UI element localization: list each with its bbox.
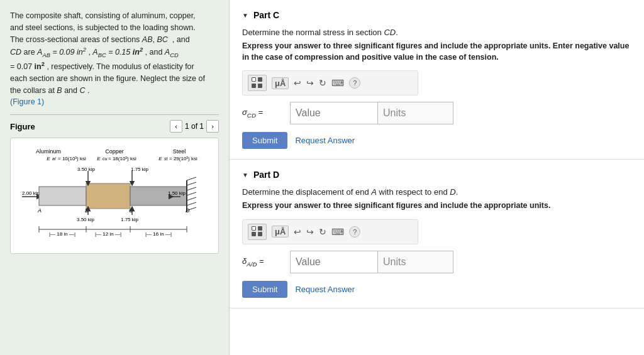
figure-diagram: Aluminum Copper Steel E al = 10(10³) ksi… <box>10 138 219 254</box>
svg-rect-17 <box>86 183 130 209</box>
part-c-request-link[interactable]: Request Answer <box>295 136 355 145</box>
part-c-input-label: σCD = <box>242 107 286 119</box>
svg-line-22 <box>187 187 196 190</box>
part-c-submit-button[interactable]: Submit <box>242 132 287 149</box>
part-c-undo-icon[interactable]: ↩ <box>294 78 301 88</box>
part-c-value-input[interactable] <box>290 102 378 124</box>
part-c-keyboard-icon[interactable]: ⌨ <box>331 78 344 88</box>
part-d-undo-icon[interactable]: ↩ <box>294 227 301 237</box>
part-c-section: ▼ Part C Determine the normal stress in … <box>230 0 644 160</box>
part-c-grid-button[interactable] <box>248 75 267 91</box>
part-c-action-row: Submit Request Answer <box>242 132 631 149</box>
part-d-collapse-button[interactable]: ▼ <box>242 172 248 178</box>
figure-section: Figure ‹ 1 of 1 › Aluminum Copper Steel … <box>10 114 219 254</box>
svg-text:Aluminum: Aluminum <box>36 148 61 155</box>
part-c-header: ▼ Part C <box>242 10 631 20</box>
svg-text:al: al <box>52 156 56 161</box>
part-c-toolbar: μÅ ↩ ↪ ↻ ⌨ ? <box>242 70 418 96</box>
part-d-input-row: δA/D = Units <box>242 251 631 273</box>
part-d-grid-button[interactable] <box>248 224 267 240</box>
svg-text:= 10(10³) ksi: = 10(10³) ksi <box>58 156 86 161</box>
part-d-header: ▼ Part D <box>242 170 631 180</box>
figure-prev-button[interactable]: ‹ <box>170 120 182 133</box>
part-c-redo-icon[interactable]: ↪ <box>306 78 314 88</box>
svg-text:1.75 kip: 1.75 kip <box>131 167 149 172</box>
part-d-title: Part D <box>253 170 279 180</box>
svg-text:Steel: Steel <box>173 148 186 155</box>
svg-text:E: E <box>47 156 50 161</box>
svg-text:D: D <box>186 207 190 214</box>
svg-text:cu: cu <box>103 156 108 161</box>
right-panel: ▼ Part C Determine the normal stress in … <box>230 0 644 355</box>
part-c-input-row: σCD = Units <box>242 102 631 124</box>
part-c-refresh-icon[interactable]: ↻ <box>319 78 326 88</box>
part-d-units-box: Units <box>378 251 453 273</box>
part-c-title: Part C <box>253 10 279 20</box>
part-d-submit-button[interactable]: Submit <box>242 281 287 298</box>
left-panel: The composite shaft, consisting of alumi… <box>0 0 230 355</box>
svg-rect-18 <box>130 187 187 205</box>
part-d-refresh-icon[interactable]: ↻ <box>319 227 326 237</box>
part-d-description: Determine the displacement of end A with… <box>242 187 631 197</box>
svg-text:3.50 kip: 3.50 kip <box>77 217 95 222</box>
svg-text:st: st <box>164 156 169 161</box>
problem-description: The composite shaft, consisting of alumi… <box>10 10 219 108</box>
part-d-value-input[interactable] <box>290 251 378 273</box>
svg-text:1.75 kip: 1.75 kip <box>121 217 139 222</box>
figure-nav: ‹ 1 of 1 › <box>170 120 219 133</box>
part-d-input-label: δA/D = <box>242 256 286 268</box>
svg-text:E: E <box>158 156 162 161</box>
svg-text:E: E <box>97 156 101 161</box>
part-c-units-box: Units <box>378 102 453 124</box>
svg-line-20 <box>187 177 196 180</box>
svg-text:= 18(10³) ksi: = 18(10³) ksi <box>108 156 136 161</box>
svg-text:C: C <box>129 207 133 214</box>
svg-text:A: A <box>37 207 42 214</box>
part-d-help-icon[interactable]: ? <box>349 226 360 238</box>
part-c-description: Determine the normal stress in section C… <box>242 28 631 37</box>
figure-next-button[interactable]: › <box>206 120 219 133</box>
svg-text:= 29(10³) ksi: = 29(10³) ksi <box>169 156 197 161</box>
svg-text:Copper: Copper <box>105 148 124 155</box>
part-c-mu-button[interactable]: μÅ <box>272 77 289 89</box>
svg-line-21 <box>187 182 196 185</box>
svg-text:|— 12 in —|: |— 12 in —| <box>95 231 121 237</box>
figure-pagination: 1 of 1 <box>185 122 204 131</box>
svg-text:3.50 kip: 3.50 kip <box>77 167 96 172</box>
svg-text:2.00 kip: 2.00 kip <box>22 190 40 196</box>
svg-line-24 <box>187 197 196 200</box>
svg-text:1.50 kip: 1.50 kip <box>168 190 186 196</box>
part-d-instruction: Express your answer to three significant… <box>242 200 631 212</box>
figure-header: Figure ‹ 1 of 1 › <box>10 120 219 133</box>
part-d-keyboard-icon[interactable]: ⌨ <box>331 227 344 237</box>
part-c-help-icon[interactable]: ? <box>349 77 360 89</box>
svg-text:|— 18 in —|: |— 18 in —| <box>49 231 75 237</box>
svg-line-23 <box>187 192 196 195</box>
part-d-mu-button[interactable]: μÅ <box>272 226 289 238</box>
part-d-action-row: Submit Request Answer <box>242 281 631 298</box>
part-d-toolbar: μÅ ↩ ↪ ↻ ⌨ ? <box>242 219 418 244</box>
svg-line-25 <box>187 202 196 205</box>
part-c-collapse-button[interactable]: ▼ <box>242 12 248 19</box>
svg-rect-16 <box>39 187 86 205</box>
part-d-section: ▼ Part D Determine the displacement of e… <box>230 160 644 309</box>
part-d-request-link[interactable]: Request Answer <box>295 285 355 294</box>
figure-link[interactable]: (Figure 1) <box>10 97 44 106</box>
figure-title: Figure <box>10 122 35 131</box>
svg-text:|— 16 in —|: |— 16 in —| <box>145 231 172 237</box>
figure-svg: Aluminum Copper Steel E al = 10(10³) ksi… <box>17 145 212 245</box>
part-d-redo-icon[interactable]: ↪ <box>306 227 314 237</box>
part-c-instruction: Express your answer to three significant… <box>242 41 631 63</box>
